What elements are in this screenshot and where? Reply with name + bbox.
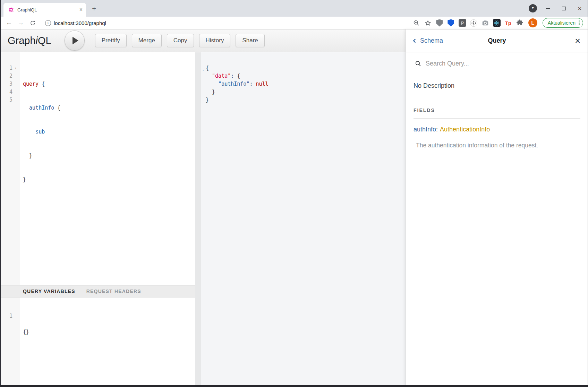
code-token: {} — [23, 329, 29, 335]
tab-search-button[interactable]: ▾ — [529, 4, 537, 12]
browser-tab[interactable]: GraphiQL × — [3, 3, 86, 17]
doc-search-row — [406, 52, 588, 75]
code-token: : — [249, 81, 256, 87]
window-edge — [0, 0, 1, 387]
code-token: } — [206, 89, 215, 95]
fold-caret-icon[interactable]: ▾ — [202, 66, 204, 74]
close-window-button[interactable]: × — [572, 0, 588, 17]
code-token — [206, 73, 212, 79]
code-token: { — [57, 105, 60, 111]
field-row: authInfo:AuthenticationInfo — [414, 126, 580, 133]
code-line: } — [23, 176, 195, 184]
p-extension-icon[interactable]: P — [458, 19, 467, 27]
browser-menu-kebab-icon[interactable] — [579, 20, 580, 25]
fields-divider — [414, 118, 580, 119]
tab-close-icon[interactable]: × — [79, 7, 83, 12]
fold-caret-icon[interactable]: ▾ — [12, 64, 19, 72]
shield-icon — [436, 19, 443, 27]
field-name-link[interactable]: authInfo — [414, 126, 436, 133]
reload-button[interactable] — [28, 18, 37, 28]
execute-query-button[interactable] — [65, 31, 85, 51]
chevron-left-icon — [413, 38, 417, 43]
code-token: } — [23, 153, 32, 159]
address-bar-right: P — [412, 18, 584, 28]
maximize-button[interactable] — [556, 0, 572, 17]
tampermonkey-extension-icon[interactable]: Tp — [504, 19, 512, 27]
update-button-label: Aktualisieren — [548, 20, 576, 26]
move-target-extension-icon[interactable] — [470, 19, 478, 27]
result-viewer-pane: ▾ { "data": { "authInfo": null } } — [201, 52, 406, 386]
new-tab-button[interactable]: + — [90, 5, 99, 14]
code-line: "data": { — [206, 72, 406, 80]
ublock-extension-icon[interactable] — [435, 19, 444, 27]
line-number: 1 — [0, 312, 12, 320]
code-token: null — [256, 81, 269, 87]
browser-window: GraphiQL × + ▾ × ← → i localhost:3000/gr… — [0, 0, 588, 387]
code-line: } — [23, 152, 195, 160]
reload-icon — [29, 20, 36, 26]
tp-label: Tp — [505, 20, 511, 26]
window-edge — [0, 385, 588, 387]
tab-strip: GraphiQL × + ▾ × — [0, 0, 588, 17]
url-omnibox[interactable]: localhost:3000/graphql — [54, 20, 106, 26]
react-devtools-extension-icon[interactable] — [493, 19, 501, 27]
profile-avatar[interactable]: L — [528, 18, 537, 27]
field-description: The authentication information of the re… — [414, 142, 580, 149]
query-editor-input[interactable]: query { authInfo { sub } } — [20, 52, 195, 285]
code-line: {} — [23, 328, 195, 336]
code-line: query { — [23, 80, 195, 88]
update-browser-button[interactable]: Aktualisieren — [543, 18, 583, 28]
page-info-icon[interactable]: i — [45, 20, 51, 26]
doc-close-button[interactable]: × — [575, 37, 580, 45]
doc-explorer-header: Schema Query × — [406, 29, 588, 52]
doc-back-link[interactable]: Schema — [414, 37, 443, 44]
code-line: "authInfo": null — [206, 80, 406, 88]
copy-button[interactable]: Copy — [167, 34, 194, 47]
query-editor-pane: 1▾ 2 3 4 5 query { authInfo { sub } } — [0, 52, 195, 285]
share-button[interactable]: Share — [236, 34, 264, 47]
field-type-link[interactable]: AuthenticationInfo — [440, 126, 490, 133]
letter-p-icon: P — [459, 19, 466, 27]
code-token — [23, 105, 29, 111]
close-icon: × — [578, 5, 581, 12]
code-line: } — [206, 96, 406, 104]
code-token: } — [23, 177, 26, 183]
code-line: authInfo { — [23, 104, 195, 112]
code-token: { — [206, 65, 209, 71]
forward-button[interactable]: → — [16, 18, 26, 28]
doc-explorer-body: No Description FIELDS authInfo:Authentic… — [406, 75, 588, 149]
variables-tab-bar: QUERY VARIABLES REQUEST HEADERS — [0, 285, 195, 298]
tab-query-variables[interactable]: QUERY VARIABLES — [23, 289, 75, 294]
react-atom-icon — [493, 19, 501, 27]
minimize-button[interactable] — [540, 0, 556, 17]
code-line: sub — [23, 128, 195, 136]
minimize-icon — [546, 8, 550, 8]
code-line: { — [206, 64, 406, 72]
pane-resize-handle[interactable] — [195, 52, 201, 386]
play-icon — [73, 37, 78, 44]
caret-down-icon: ▾ — [532, 6, 534, 10]
line-number: 5 — [0, 96, 12, 104]
code-token: "authInfo" — [218, 81, 249, 87]
bookmark-star-icon[interactable] — [424, 19, 432, 27]
graphql-favicon-icon — [8, 7, 14, 12]
maximize-icon — [562, 7, 566, 10]
zoom-icon[interactable] — [412, 19, 421, 27]
toolbar-buttons: Prettify Merge Copy History Share — [95, 34, 265, 47]
tab-request-headers[interactable]: REQUEST HEADERS — [86, 289, 141, 294]
code-token — [23, 129, 35, 135]
doc-back-label: Schema — [420, 37, 443, 44]
variables-editor-input[interactable]: {} — [20, 298, 195, 386]
history-button[interactable]: History — [199, 34, 231, 47]
code-token: authInfo — [29, 105, 57, 111]
tab-title: GraphiQL — [17, 7, 79, 12]
prettify-button[interactable]: Prettify — [95, 34, 127, 47]
extensions-puzzle-icon[interactable] — [515, 19, 524, 27]
bitwarden-extension-icon[interactable] — [447, 19, 455, 27]
address-bar: ← → i localhost:3000/graphql P — [0, 17, 588, 29]
camera-extension-icon[interactable] — [481, 19, 489, 27]
graphiql-toolbar: GraphiQL Prettify Merge Copy History Sha… — [0, 29, 406, 52]
doc-search-input[interactable] — [426, 60, 579, 67]
merge-button[interactable]: Merge — [132, 34, 162, 47]
back-button[interactable]: ← — [4, 18, 14, 28]
